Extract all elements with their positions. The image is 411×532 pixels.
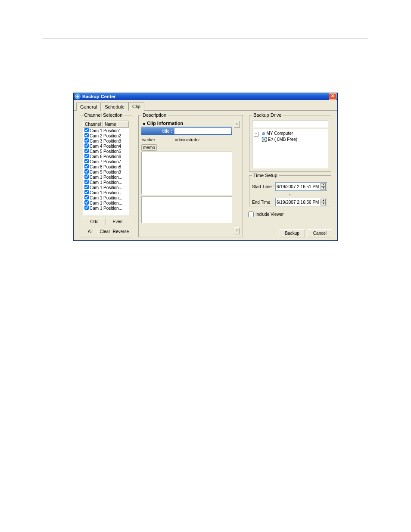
memo-textarea[interactable]	[141, 152, 232, 195]
app-icon	[75, 93, 81, 100]
odd-button[interactable]: Odd	[83, 218, 106, 225]
channel-checkbox[interactable]	[84, 185, 89, 189]
all-button[interactable]: All	[83, 228, 97, 235]
start-time-label: Start Time :	[252, 184, 275, 189]
channel-checkbox[interactable]	[84, 195, 89, 199]
backup-drive-legend: Backup Drive	[252, 112, 283, 118]
include-viewer-row: Include Viewer	[248, 212, 332, 217]
window-title: Backup Center	[82, 94, 329, 99]
channel-list[interactable]: Channel Name Cam 1Position1Cam 2Position…	[83, 121, 129, 215]
description-lower-box[interactable]	[141, 196, 232, 223]
clear-button[interactable]: Clear	[97, 228, 112, 235]
clip-title-label: title :	[142, 128, 174, 134]
include-viewer-checkbox[interactable]	[248, 212, 254, 217]
channel-selection-group: Channel Selection Channel Name Cam 1Posi…	[80, 115, 132, 237]
backup-drive-group: Backup Drive − 🖥 MY Computer 💽 E:\ ( 0MB…	[249, 115, 331, 172]
channel-checkbox[interactable]	[84, 174, 89, 179]
name-col-header[interactable]: Name	[103, 121, 129, 128]
memo-label: memo	[141, 144, 157, 151]
window-titlebar: Backup Center ✕	[74, 93, 337, 100]
end-time-spinner[interactable]: ▴▾	[321, 199, 326, 205]
channel-col-header[interactable]: Channel	[83, 121, 103, 128]
description-legend: Description	[141, 112, 168, 118]
channel-checkbox[interactable]	[84, 205, 89, 210]
backup-button[interactable]: Backup	[280, 229, 305, 237]
tree-root-label[interactable]: MY Computer	[267, 131, 293, 136]
tab-clip[interactable]: Clip	[128, 102, 144, 111]
channel-checkbox[interactable]	[84, 164, 89, 168]
description-group: Description Clip Information title : wor…	[138, 115, 243, 237]
clip-title-row: title :	[141, 127, 232, 135]
computer-icon: 🖥	[261, 131, 265, 136]
channel-checkbox[interactable]	[84, 200, 89, 205]
channel-checkbox[interactable]	[84, 169, 89, 174]
even-button[interactable]: Even	[106, 218, 129, 225]
tree-collapse-icon[interactable]: −	[254, 132, 258, 137]
channel-checkbox[interactable]	[84, 190, 89, 194]
tab-general[interactable]: General	[76, 103, 101, 111]
channel-name: Position...	[102, 205, 127, 211]
time-range-arrow-icon: ↔	[252, 192, 328, 196]
channel-checkbox[interactable]	[84, 133, 89, 137]
channel-checkbox[interactable]	[84, 180, 89, 184]
tree-drive-label[interactable]: E:\ ( 0MB Free)	[268, 137, 297, 142]
scroll-down-icon[interactable]: ▼	[234, 227, 240, 234]
description-scrollbar[interactable]: ▲ ▼	[234, 121, 240, 234]
channel-selection-legend: Channel Selection	[83, 112, 124, 118]
time-setup-legend: Time Setup	[252, 173, 279, 178]
tab-bar: General Schedule Clip	[74, 100, 337, 111]
close-button[interactable]: ✕	[329, 93, 336, 100]
scroll-up-icon[interactable]: ▲	[234, 121, 240, 128]
channel-checkbox[interactable]	[84, 143, 89, 148]
start-time-spinner[interactable]: ▴▾	[321, 183, 326, 190]
start-time-input[interactable]: 6/19/2007 2:16:51 PM ▴▾	[275, 182, 327, 191]
time-setup-group: Time Setup Start Time : 6/19/2007 2:16:5…	[249, 175, 331, 206]
reverse-button[interactable]: Reverse	[112, 228, 129, 235]
channel-checkbox[interactable]	[84, 154, 89, 158]
worker-label: worker	[141, 137, 172, 142]
backup-path-input[interactable]	[252, 121, 328, 128]
include-viewer-label: Include Viewer	[255, 212, 283, 217]
drive-icon: 💽	[262, 137, 267, 142]
drive-tree[interactable]: − 🖥 MY Computer 💽 E:\ ( 0MB Free)	[252, 129, 328, 168]
worker-value: administrator	[172, 137, 200, 142]
bullet-icon	[143, 123, 145, 125]
backup-center-window: Backup Center ✕ General Schedule Clip Ch…	[73, 93, 338, 241]
tab-schedule[interactable]: Schedule	[101, 103, 128, 111]
channel-row[interactable]: Cam 16Position...	[83, 205, 129, 211]
channel-checkbox[interactable]	[84, 128, 89, 132]
channel-checkbox[interactable]	[84, 138, 89, 143]
clip-title-input[interactable]	[174, 128, 231, 134]
channel-checkbox[interactable]	[84, 149, 89, 153]
end-time-input[interactable]: 6/19/2007 2:16:56 PM ▴▾	[275, 198, 327, 206]
end-time-label: End Time :	[252, 200, 275, 205]
clip-info-heading: Clip Information	[143, 121, 232, 126]
cancel-button[interactable]: Cancel	[308, 229, 332, 237]
channel-checkbox[interactable]	[84, 159, 89, 163]
